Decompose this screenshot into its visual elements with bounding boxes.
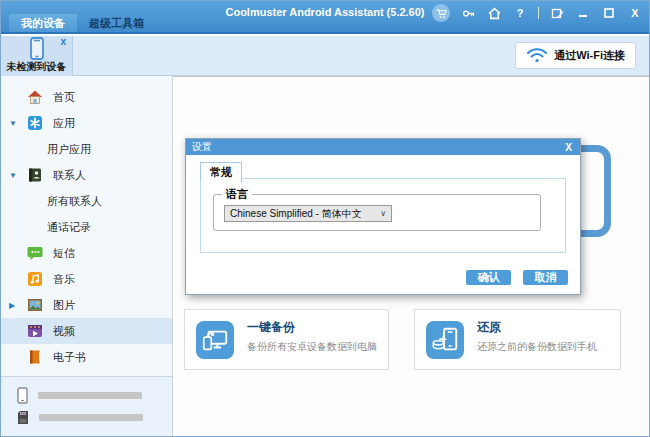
help-icon[interactable]: ? bbox=[512, 5, 528, 21]
wifi-connect-button[interactable]: 通过Wi-Fi连接 bbox=[515, 42, 636, 69]
expand-arrow-icon[interactable]: ▼ bbox=[9, 171, 19, 180]
dialog-title: 设置 bbox=[192, 140, 212, 154]
home-page-icon bbox=[27, 89, 43, 105]
sidebar-item-home[interactable]: 首页 bbox=[1, 84, 172, 110]
maximize-button[interactable] bbox=[601, 5, 617, 21]
chevron-down-icon: ∨ bbox=[380, 209, 391, 218]
close-button[interactable]: X bbox=[627, 5, 643, 21]
card-desc: 还原之前的备份数据到手机 bbox=[477, 340, 597, 354]
sms-icon bbox=[27, 245, 43, 261]
settings-dialog: 设置 X 常规 语言 Chinese Simplified - 简体中文 ∨ 确… bbox=[185, 138, 581, 295]
tab-super-toolkit[interactable]: 超级工具箱 bbox=[77, 14, 156, 32]
language-group-label: 语言 bbox=[222, 187, 252, 202]
sidebar-item-user-apps[interactable]: 用户应用 bbox=[1, 136, 172, 162]
photos-icon bbox=[27, 297, 43, 313]
titlebar-icons: ? X bbox=[432, 4, 643, 22]
dialog-tab-general[interactable]: 常规 bbox=[200, 162, 242, 183]
dialog-buttons: 确认 取消 bbox=[466, 270, 568, 285]
dialog-close-icon[interactable]: X bbox=[565, 142, 572, 153]
sidebar-label: 图片 bbox=[53, 298, 75, 313]
sidebar-item-sms[interactable]: 短信 bbox=[1, 240, 172, 266]
sidebar-item-contacts[interactable]: ▼ 联系人 bbox=[1, 162, 172, 188]
videos-icon bbox=[27, 323, 43, 339]
sidebar-label: 首页 bbox=[53, 90, 75, 105]
app-window: Coolmuster Android Assistant (5.2.60) ? bbox=[0, 0, 650, 437]
sidebar-label: 通话记录 bbox=[47, 220, 91, 235]
contacts-icon bbox=[27, 167, 43, 183]
sidebar-item-call-logs[interactable]: 通话记录 bbox=[1, 214, 172, 240]
language-select[interactable]: Chinese Simplified - 简体中文 ∨ bbox=[224, 205, 392, 222]
apps-icon bbox=[27, 115, 43, 131]
phone-storage-icon bbox=[17, 387, 28, 404]
dialog-tab-panel: 语言 Chinese Simplified - 简体中文 ∨ bbox=[200, 178, 566, 253]
phone-storage-bar bbox=[38, 392, 142, 399]
language-groupbox: 语言 Chinese Simplified - 简体中文 ∨ bbox=[213, 187, 541, 231]
register-key-icon[interactable] bbox=[460, 5, 476, 21]
sd-card-icon bbox=[17, 410, 29, 425]
device-strip: x 未检测到设备 通过Wi-Fi连接 bbox=[1, 36, 649, 76]
device-close-icon[interactable]: x bbox=[60, 36, 66, 47]
sidebar-label: 电子书 bbox=[53, 350, 86, 365]
language-select-value: Chinese Simplified - 简体中文 bbox=[225, 207, 362, 221]
collapse-arrow-icon[interactable]: ▶ bbox=[9, 301, 19, 310]
sidebar-label: 联系人 bbox=[53, 168, 86, 183]
restore-icon bbox=[426, 321, 464, 359]
minimize-button[interactable] bbox=[575, 5, 591, 21]
sidebar-label: 音乐 bbox=[53, 272, 75, 287]
card-desc: 备份所有安卓设备数据到电脑 bbox=[247, 340, 377, 354]
dialog-titlebar: 设置 X bbox=[186, 139, 580, 155]
titlebar-separator bbox=[538, 7, 539, 19]
sidebar-item-photos[interactable]: ▶ 图片 bbox=[1, 292, 172, 318]
one-click-backup-card[interactable]: 一键备份 备份所有安卓设备数据到电脑 bbox=[184, 309, 389, 370]
sidebar-item-apps[interactable]: ▼ 应用 bbox=[1, 110, 172, 136]
sidebar-label: 所有联系人 bbox=[47, 194, 102, 209]
wifi-connect-label: 通过Wi-Fi连接 bbox=[554, 48, 625, 63]
confirm-button[interactable]: 确认 bbox=[466, 270, 511, 285]
cancel-button[interactable]: 取消 bbox=[523, 270, 568, 285]
sidebar: 首页 ▼ 应用 用户应用 ▼ 联系人 bbox=[1, 76, 173, 436]
card-title: 还原 bbox=[477, 319, 501, 336]
sidebar-item-videos[interactable]: 视频 bbox=[1, 318, 172, 344]
sd-storage-bar bbox=[39, 414, 143, 421]
tab-my-device[interactable]: 我的设备 bbox=[9, 14, 77, 32]
storage-panel bbox=[1, 376, 172, 436]
ebooks-icon bbox=[27, 349, 43, 365]
sidebar-label: 用户应用 bbox=[47, 142, 91, 157]
sidebar-nav: 首页 ▼ 应用 用户应用 ▼ 联系人 bbox=[1, 76, 172, 370]
register-license-icon[interactable] bbox=[549, 5, 565, 21]
store-cart-icon[interactable] bbox=[432, 4, 450, 22]
sidebar-label: 应用 bbox=[53, 116, 75, 131]
card-title: 一键备份 bbox=[247, 319, 295, 336]
device-status: 未检测到设备 bbox=[1, 60, 72, 74]
sidebar-label: 视频 bbox=[53, 324, 75, 339]
sidebar-item-music[interactable]: 音乐 bbox=[1, 266, 172, 292]
wifi-icon bbox=[526, 47, 548, 64]
home-icon[interactable] bbox=[486, 5, 502, 21]
main-tabs: 我的设备 超级工具箱 bbox=[9, 14, 156, 32]
restore-card[interactable]: 还原 还原之前的备份数据到手机 bbox=[414, 309, 621, 370]
sidebar-label: 短信 bbox=[53, 246, 75, 261]
titlebar: Coolmuster Android Assistant (5.2.60) ? bbox=[1, 1, 649, 34]
expand-arrow-icon[interactable]: ▼ bbox=[9, 119, 19, 128]
device-tile[interactable]: x 未检测到设备 bbox=[1, 36, 73, 76]
sidebar-item-ebooks[interactable]: 电子书 bbox=[1, 344, 172, 370]
music-icon bbox=[27, 271, 43, 287]
sidebar-item-all-contacts[interactable]: 所有联系人 bbox=[1, 188, 172, 214]
sd-storage-row bbox=[17, 410, 143, 425]
phone-storage-row bbox=[17, 387, 142, 404]
backup-icon bbox=[196, 321, 234, 359]
